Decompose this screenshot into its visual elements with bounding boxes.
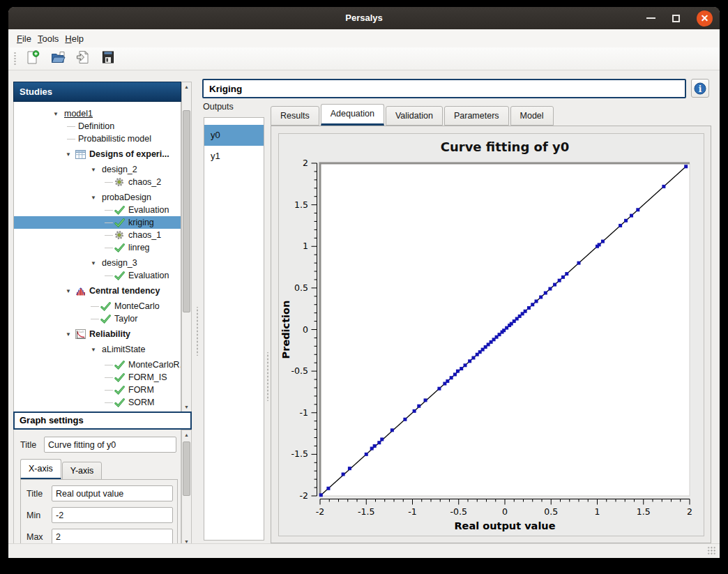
- tree-item-label: linreg: [127, 243, 153, 252]
- tree-item-reliability[interactable]: ▼G=0Reliability: [14, 328, 181, 340]
- tab-x-axis[interactable]: X-axis: [20, 459, 61, 480]
- tree-item-evaluation[interactable]: Evaluation: [14, 269, 181, 282]
- svg-text:2: 2: [687, 506, 692, 517]
- expand-arrow-icon[interactable]: ▼: [64, 331, 75, 338]
- svg-text:Curve fitting of y0: Curve fitting of y0: [441, 139, 570, 154]
- tree-item-label: design_2: [100, 165, 140, 174]
- menu-bar: FileToolsHelp: [8, 29, 720, 47]
- tree-item-label: probaDesign: [100, 192, 154, 202]
- save-floppy-icon: [100, 50, 116, 68]
- open-study-button[interactable]: [48, 50, 67, 68]
- analysis-name-field[interactable]: [202, 79, 686, 98]
- tree-item-linreg[interactable]: linreg: [14, 241, 181, 254]
- axis-field-row: Title: [26, 485, 173, 501]
- tree-item-sorm[interactable]: SORM: [14, 396, 181, 409]
- graph-settings-scrollbar[interactable]: ▲ ▼: [181, 430, 192, 547]
- svg-text:Prediction: Prediction: [280, 301, 291, 359]
- tree-branch-line: [67, 139, 75, 139]
- x-axis-min-input[interactable]: [52, 507, 173, 523]
- window-title: Persalys: [8, 7, 720, 29]
- save-button[interactable]: [98, 50, 117, 68]
- tree-item-label: aLimitState: [100, 345, 149, 354]
- scroll-down-icon[interactable]: ▼: [182, 402, 191, 412]
- tree-item-design-2[interactable]: ▼design_2: [14, 163, 181, 176]
- tree-item-montecarlor[interactable]: MonteCarloR...: [14, 358, 181, 371]
- tree-scrollbar-thumb[interactable]: [183, 110, 190, 312]
- tab-results[interactable]: Results: [271, 106, 319, 126]
- tab-model[interactable]: Model: [510, 106, 554, 126]
- graph-settings-scrollbar-thumb[interactable]: [183, 441, 190, 496]
- info-button[interactable]: i: [691, 79, 709, 98]
- expand-arrow-icon[interactable]: ▼: [89, 167, 100, 173]
- svg-text:i: i: [699, 84, 702, 93]
- open-folder-icon: [50, 50, 66, 68]
- scroll-up-icon[interactable]: ▲: [182, 82, 191, 92]
- import-script-button[interactable]: [73, 50, 92, 68]
- maximize-button[interactable]: [672, 15, 680, 22]
- minimize-button[interactable]: [646, 17, 655, 19]
- outputs-splitter[interactable]: [266, 352, 270, 401]
- tree-item-montecarlo[interactable]: MonteCarlo: [14, 300, 181, 312]
- tree-item-kriging[interactable]: kriging: [14, 216, 181, 229]
- expand-arrow-icon[interactable]: ▼: [89, 195, 100, 201]
- tab-validation[interactable]: Validation: [386, 106, 443, 126]
- tree-item-model1[interactable]: ▼model1: [14, 107, 181, 120]
- tree-item-definition[interactable]: Definition: [14, 120, 181, 133]
- svg-text:1.5: 1.5: [637, 506, 651, 517]
- expand-arrow-icon[interactable]: ▼: [89, 347, 100, 353]
- resize-grip[interactable]: [707, 546, 716, 555]
- tree-item-label: Designs of experi...: [88, 149, 172, 159]
- check-icon: [114, 243, 127, 252]
- tree-item-evaluation[interactable]: Evaluation: [14, 204, 181, 216]
- tree-item-alimitstate[interactable]: ▼aLimitState: [14, 343, 181, 356]
- tree-item-form-is[interactable]: FORM_IS: [14, 371, 181, 384]
- expand-arrow-icon[interactable]: ▼: [64, 151, 75, 158]
- check-icon: [100, 302, 113, 311]
- check-icon: [114, 398, 127, 407]
- svg-text:-1: -1: [300, 407, 308, 418]
- new-study-button[interactable]: [23, 50, 42, 68]
- expand-arrow-icon[interactable]: ▼: [52, 111, 63, 117]
- expand-arrow-icon[interactable]: ▼: [64, 288, 75, 294]
- tree-item-chaos-1[interactable]: chaos_1: [14, 229, 181, 241]
- svg-text:0: 0: [502, 506, 508, 517]
- adequation-tab-pane: Curve fitting of y0-2-2-1.5-1.5-1-1-0.5-…: [271, 126, 711, 543]
- tree-item-chaos-2[interactable]: chaos_2: [14, 176, 181, 188]
- toolbar-drag-handle[interactable]: [13, 52, 17, 66]
- x-axis-title-input[interactable]: [52, 485, 173, 501]
- close-button[interactable]: ✕: [697, 10, 713, 27]
- tree-item-probabilistic-model[interactable]: Probabilistic model: [14, 133, 181, 145]
- tree-item-designs-of-experi[interactable]: ▼Designs of experi...: [14, 148, 181, 160]
- tree-scrollbar[interactable]: ▲ ▼: [181, 82, 192, 413]
- tree-item-label: chaos_2: [127, 177, 164, 187]
- tab-y-axis[interactable]: Y-axis: [62, 462, 103, 480]
- check-icon: [114, 271, 127, 280]
- title-bar[interactable]: Persalys ✕: [8, 7, 720, 29]
- tab-parameters[interactable]: Parameters: [444, 106, 509, 126]
- tree-item-design-3[interactable]: ▼design_3: [14, 257, 181, 269]
- output-item-y0[interactable]: y0: [204, 125, 264, 146]
- tree-item-form[interactable]: FORM: [14, 384, 181, 396]
- tree-item-taylor[interactable]: Taylor: [14, 312, 181, 325]
- scroll-up-icon[interactable]: ▲: [182, 430, 191, 440]
- menu-item-tools[interactable]: Tools: [38, 31, 65, 46]
- svg-text:-1.5: -1.5: [358, 506, 374, 517]
- tab-adequation[interactable]: Adequation: [321, 104, 384, 126]
- svg-text:1: 1: [595, 506, 600, 517]
- x-axis-max-input[interactable]: [52, 529, 173, 545]
- tree-item-label: chaos_1: [127, 230, 164, 240]
- tree-item-central-tendency[interactable]: ▼Central tendency: [14, 285, 181, 297]
- table-icon: [75, 150, 88, 159]
- tree-item-probadesign[interactable]: ▼probaDesign: [14, 191, 181, 204]
- left-dock-splitter[interactable]: [195, 307, 199, 356]
- menu-item-file[interactable]: File: [17, 31, 38, 46]
- expand-arrow-icon[interactable]: ▼: [89, 260, 100, 266]
- graph-title-input[interactable]: [44, 437, 176, 453]
- tree-item-label: FORM_IS: [127, 372, 170, 382]
- status-bar: [8, 543, 720, 558]
- menu-item-help[interactable]: Help: [65, 31, 90, 46]
- output-item-y1[interactable]: y1: [204, 146, 264, 167]
- gear-icon: [114, 177, 127, 187]
- x-axis-title-label: Title: [26, 489, 52, 499]
- tree-item-label: Taylor: [113, 314, 140, 324]
